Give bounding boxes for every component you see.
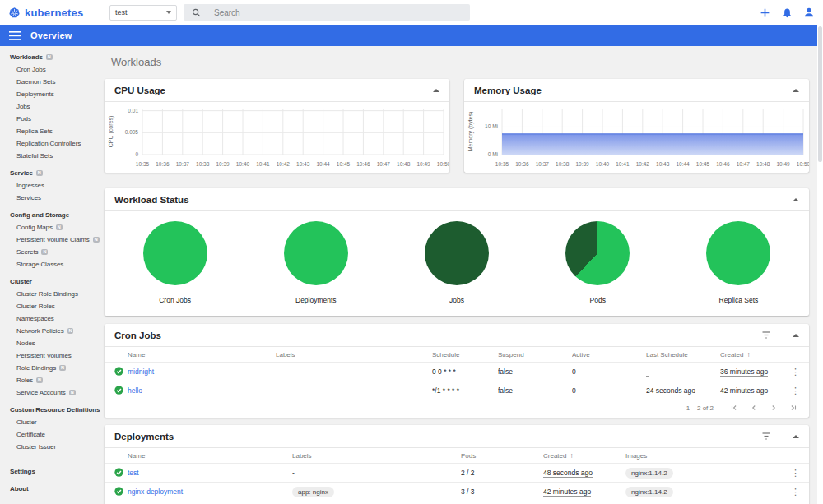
menu-button[interactable]	[0, 31, 21, 40]
column-header-labels[interactable]: Labels	[276, 351, 432, 358]
kebab-menu-button[interactable]: ⋮	[791, 469, 799, 478]
sidebar-item-label: Service Accounts	[16, 389, 66, 396]
sidebar-section-config-and-storage[interactable]: Config and Storage	[0, 209, 97, 221]
chevron-down-icon	[166, 11, 171, 14]
column-header-created[interactable]: Created↑	[543, 452, 625, 460]
sidebar-item-jobs[interactable]: Jobs	[0, 100, 97, 113]
sidebar-item-secrets[interactable]: SecretsN	[0, 246, 97, 258]
sidebar-section-service[interactable]: ServiceN	[0, 167, 97, 179]
sidebar-item-services[interactable]: Services	[0, 192, 97, 204]
sidebar-section-cluster[interactable]: Cluster	[0, 275, 97, 288]
sidebar-item-persistent-volume-claims[interactable]: Persistent Volume ClaimsN	[0, 234, 97, 246]
kebab-menu-button[interactable]: ⋮	[791, 386, 799, 395]
column-header-created[interactable]: Created↑	[720, 351, 790, 358]
sidebar-item-stateful-sets[interactable]: Stateful Sets	[0, 150, 97, 162]
svg-text:10:49: 10:49	[776, 161, 790, 167]
sidebar-section-workloads[interactable]: WorkloadsN	[0, 51, 97, 63]
last-page-button[interactable]	[789, 404, 797, 412]
resource-link[interactable]: midnight	[128, 368, 154, 376]
previous-page-button[interactable]	[750, 404, 758, 412]
sidebar-item-cron-jobs[interactable]: Cron Jobs	[0, 63, 97, 76]
namespace-selector[interactable]: test	[109, 5, 177, 21]
search-bar[interactable]	[184, 4, 470, 21]
sidebar-item-settings[interactable]: Settings	[0, 465, 97, 478]
header-actions	[759, 7, 823, 18]
sidebar-item-ingresses[interactable]: Ingresses	[0, 179, 97, 192]
sidebar-item-certificate[interactable]: Certificate	[0, 428, 97, 441]
svg-text:10:44: 10:44	[316, 161, 330, 167]
sidebar-item-config-maps[interactable]: Config MapsN	[0, 221, 97, 234]
cell-labels: -	[276, 386, 432, 395]
pie-chart-replica-sets[interactable]	[706, 221, 770, 285]
filter-icon[interactable]	[761, 432, 771, 440]
pie-chart-jobs[interactable]	[425, 221, 489, 285]
sidebar-item-role-bindings[interactable]: Role BindingsN	[0, 362, 97, 374]
column-header-labels[interactable]: Labels	[292, 452, 461, 460]
kebab-menu-button[interactable]: ⋮	[791, 488, 799, 497]
cell-schedule: */1 * * * *	[432, 386, 498, 395]
search-input[interactable]	[212, 7, 426, 18]
pie-chart-deployments[interactable]	[284, 221, 348, 285]
account-button[interactable]	[803, 7, 815, 18]
resource-link[interactable]: hello	[128, 386, 142, 395]
sidebar-item-cluster-role-bindings[interactable]: Cluster Role Bindings	[0, 288, 97, 300]
resource-link[interactable]: nginx-deployment	[128, 488, 183, 496]
collapse-caret-icon[interactable]	[793, 334, 799, 337]
column-header-images[interactable]: Images	[625, 452, 757, 460]
first-page-button[interactable]	[730, 404, 738, 412]
sidebar-section-custom-resource-definitions[interactable]: Custom Resource Definitions	[0, 404, 97, 416]
sidebar-item-replication-controllers[interactable]: Replication Controllers	[0, 137, 97, 150]
workload-status-item-replica-sets: Replica Sets	[668, 221, 809, 304]
sidebar-item-service-accounts[interactable]: Service AccountsN	[0, 386, 97, 399]
collapse-caret-icon[interactable]	[793, 198, 799, 201]
kubernetes-logo[interactable]: kubernetes	[0, 7, 97, 19]
sidebar-item-network-policies[interactable]: Network PoliciesN	[0, 325, 97, 337]
svg-text:0 Mi: 0 Mi	[488, 151, 498, 157]
pie-chart-pods[interactable]	[565, 221, 630, 285]
sidebar-item-deployments[interactable]: Deployments	[0, 88, 97, 100]
memory-usage-plot: 10:3510:3610:3710:3810:3910:4010:4110:42…	[464, 102, 809, 172]
sidebar-item-pods[interactable]: Pods	[0, 113, 97, 125]
sidebar-item-cluster-roles[interactable]: Cluster Roles	[0, 300, 97, 312]
sidebar-item-label: Role Bindings	[16, 364, 56, 372]
scrollbar-thumb[interactable]	[818, 26, 822, 162]
svg-text:10:41: 10:41	[256, 161, 270, 167]
sidebar-item-storage-classes[interactable]: Storage Classes	[0, 258, 97, 270]
sidebar-item-cluster-issuer[interactable]: Cluster Issuer	[0, 441, 97, 453]
notifications-button[interactable]	[781, 7, 793, 18]
sidebar-item-about[interactable]: About	[0, 483, 97, 495]
sidebar-item-replica-sets[interactable]: Replica Sets	[0, 125, 97, 137]
sidebar-item-label: Replication Controllers	[16, 140, 81, 147]
cron-jobs-table-footer: 1 – 2 of 2	[105, 400, 809, 415]
kebab-menu-button[interactable]: ⋮	[791, 368, 799, 377]
collapse-caret-icon[interactable]	[433, 89, 439, 92]
column-header-active[interactable]: Active	[572, 351, 646, 358]
sidebar-item-cluster[interactable]: Cluster	[0, 416, 97, 428]
sidebar-item-nodes[interactable]: Nodes	[0, 337, 97, 349]
sidebar-item-daemon-sets[interactable]: Daemon Sets	[0, 76, 97, 88]
cell-created: 36 minutes ago	[720, 368, 790, 377]
resource-link[interactable]: test	[128, 469, 139, 477]
column-header-name[interactable]: Name	[128, 452, 292, 460]
add-resource-button[interactable]	[759, 7, 770, 18]
collapse-caret-icon[interactable]	[793, 435, 799, 438]
pie-chart-cron-jobs[interactable]	[143, 221, 207, 285]
cell-text: */1 * * * *	[432, 386, 459, 395]
brand-name: kubernetes	[25, 7, 83, 19]
column-header-last-schedule[interactable]: Last Schedule	[646, 351, 720, 358]
filter-icon[interactable]	[761, 331, 771, 339]
table-row: nginx-deploymentapp: nginx3 / 342 minute…	[105, 482, 809, 501]
sidebar-item-persistent-volumes[interactable]: Persistent Volumes	[0, 349, 97, 362]
column-header-pods[interactable]: Pods	[461, 452, 543, 460]
cell-active: 0	[572, 368, 646, 376]
sidebar-item-namespaces[interactable]: Namespaces	[0, 312, 97, 325]
collapse-caret-icon[interactable]	[793, 89, 799, 92]
svg-text:10:39: 10:39	[575, 161, 589, 167]
table-row: hello-*/1 * * * *false024 seconds ago42 …	[105, 381, 809, 400]
sidebar-item-roles[interactable]: RolesN	[0, 374, 97, 386]
next-page-button[interactable]	[770, 404, 778, 412]
column-header-schedule[interactable]: Schedule	[432, 351, 498, 358]
page-scrollbar[interactable]	[817, 25, 823, 504]
column-header-suspend[interactable]: Suspend	[498, 351, 572, 358]
column-header-name[interactable]: Name	[128, 351, 276, 358]
